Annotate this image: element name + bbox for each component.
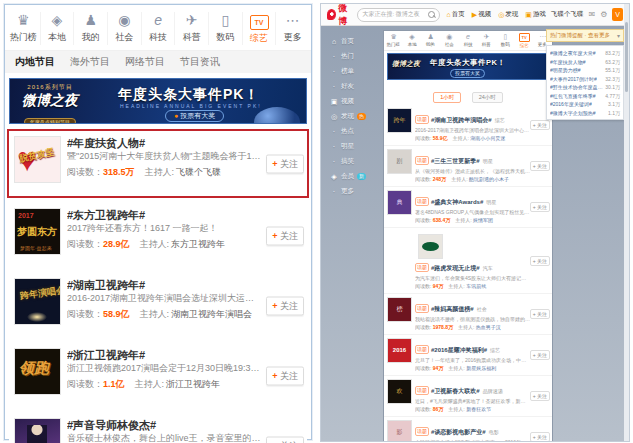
sidebar-item-more[interactable]: ·更多: [330, 184, 380, 199]
mini-nav-local[interactable]: ◈本地: [403, 33, 422, 48]
trending-item[interactable]: #微博之夜年度大赏#83.2万: [550, 49, 620, 58]
tab-24hour[interactable]: 24小时: [472, 92, 503, 103]
follow-button[interactable]: + 关注: [530, 202, 550, 212]
nav-mine[interactable]: ♟我的: [73, 12, 107, 45]
list-item-highlighted[interactable]: ♥脱贫攻坚 #年度扶贫人物# 暨"2015河南十大年度扶贫人物"主题晚会将于12…: [7, 129, 309, 198]
trending-item[interactable]: #2016年度关键词#3.1万: [550, 100, 620, 109]
follow-button[interactable]: + 关注: [266, 226, 304, 245]
gear-icon[interactable]: ⚙: [600, 10, 607, 19]
list-item[interactable]: 领跑 #浙江卫视跨年# 浙江卫视领跑2017演唱会定于12月30日晚19:30电…: [9, 343, 307, 408]
topic-title[interactable]: #路虎发现无止境#: [431, 265, 480, 271]
nav-variety-active[interactable]: TV综艺: [242, 12, 276, 45]
mini-nav-mine[interactable]: ♟我的: [421, 33, 440, 48]
nav-hot-rank[interactable]: ♛热门榜: [7, 12, 40, 45]
sidebar-item-hot[interactable]: ·热门: [330, 49, 380, 64]
mini-nav-society[interactable]: ◉社会: [440, 33, 459, 48]
trending-item[interactable]: #微博大字企划预热#1.1万: [550, 109, 620, 118]
nav-digital[interactable]: ▯数码: [208, 12, 242, 45]
list-item[interactable]: 2017梦圆东方梦圆年·益起来 #东方卫视跨年# 2017跨年还看东方！1617…: [9, 203, 307, 268]
follow-button[interactable]: + 关注: [530, 256, 550, 266]
trending-item[interactable]: #野生技术协会年度盘点#30.1万: [550, 83, 620, 92]
subtab-web[interactable]: 网络节目: [125, 55, 165, 69]
search-input[interactable]: 大家正在搜: 微博之夜: [357, 8, 439, 22]
sidebar-item-friends[interactable]: ·好友: [330, 79, 380, 94]
trending-item[interactable]: #明星势力榜#55.1万: [550, 66, 620, 75]
subtab-overseas[interactable]: 海外节目: [70, 55, 110, 69]
nav-local[interactable]: ◈本地: [40, 12, 74, 45]
chevron-down-icon[interactable]: ▾: [617, 32, 620, 39]
topic-title[interactable]: #年度扶贫人物#: [67, 136, 261, 150]
list-item[interactable]: 跨年演唱会 #湖南卫视跨年# 2016-2017湖南卫视跨年演唱会选址深圳大运中…: [9, 273, 307, 338]
feed-row[interactable]: 2016 话题#2016星耀冲奖福利#综艺 元旦了！一年结束了，2016购票成功…: [384, 335, 552, 376]
mini-nav-science[interactable]: ✈科普: [477, 33, 496, 48]
follow-button[interactable]: + 关注: [266, 436, 304, 443]
follow-button[interactable]: + 关注: [530, 391, 550, 401]
sidebar-item-rank[interactable]: ·榜单: [330, 64, 380, 79]
subtab-news[interactable]: 节目资讯: [180, 55, 220, 69]
follow-button[interactable]: + 关注: [530, 120, 550, 130]
weibo-logo[interactable]: 微博: [327, 3, 352, 28]
mini-nav-hot-rank[interactable]: ♛热门榜: [384, 33, 403, 48]
topic-title[interactable]: #辣妈高颜值榜#: [431, 306, 474, 312]
topbar-discover[interactable]: ◎发现: [498, 10, 518, 19]
username-link[interactable]: 飞碟个飞碟: [551, 10, 584, 19]
follow-button[interactable]: + 关注: [530, 350, 550, 360]
sidebar-item-video[interactable]: ▣视频: [330, 94, 380, 109]
feed-row[interactable]: 典 话题#盛典女神Awards#明星 著名48DNAS GROUP人气偶像企划实…: [384, 187, 552, 228]
follow-button[interactable]: + 关注: [266, 296, 304, 315]
topic-title[interactable]: #声音导师林俊杰#: [67, 418, 261, 432]
trending-item[interactable]: #红包飞直播年终季#4.77万: [550, 92, 620, 101]
trending-item[interactable]: #大事件2017倒计时#32.3万: [550, 75, 620, 84]
topic-title[interactable]: #卫视新春大联欢#: [431, 388, 480, 394]
nav-society[interactable]: ◉社会: [107, 12, 141, 45]
mini-nav-tech[interactable]: e科技: [459, 33, 478, 48]
sidebar-item-stars[interactable]: ·明星: [330, 139, 380, 154]
sidebar-item-funny[interactable]: ·搞笑: [330, 154, 380, 169]
topic-title[interactable]: #东方卫视跨年#: [67, 208, 261, 222]
mini-nav-digital[interactable]: ▯数码: [496, 33, 515, 48]
feed-row[interactable]: 话题#路虎发现无止境#汽车 为汽车迷们，年会聚集4S股东让大师们大有游记，闭店上…: [384, 228, 552, 294]
mail-icon[interactable]: ✉: [588, 10, 595, 19]
notification-tooltip[interactable]: 热门微博提醒 · 查看更多▾: [546, 29, 624, 42]
follow-button[interactable]: + 关注: [266, 366, 304, 385]
follow-button[interactable]: + 关注: [530, 432, 550, 442]
feed-row[interactable]: 跨年 话题#湖南卫视跨年演唱会#综艺 2016-2017湖南卫视跨年演唱会选址深…: [384, 105, 552, 146]
vote-button[interactable]: ●投票有大奖: [165, 110, 224, 122]
topic-title[interactable]: #浙江卫视跨年#: [67, 348, 261, 362]
topic-title[interactable]: #湖南卫视跨年演唱会#: [431, 117, 492, 123]
feed-row[interactable]: 影 话题#谈恋影视电影产业#电影 人民日报发文谈中国电影「三十而立」，2016年…: [384, 417, 552, 442]
topbar-home[interactable]: ⌂首页: [447, 10, 465, 19]
scrollbar-thumb[interactable]: [625, 22, 628, 92]
nav-science[interactable]: ✈科普: [174, 12, 208, 45]
weibo-night-banner-small[interactable]: 微博之夜 年度头条大事件PK！ 投票有大奖: [387, 53, 549, 80]
topic-title[interactable]: #三生三世更新季#: [431, 158, 480, 164]
vip-icon[interactable]: V: [612, 8, 623, 21]
topic-title[interactable]: #2016星耀冲奖福利#: [431, 347, 487, 353]
topic-title[interactable]: #盛典女神Awards#: [431, 199, 483, 205]
follow-button[interactable]: + 关注: [530, 309, 550, 319]
topic-title[interactable]: #谈恋影视电影产业#: [431, 429, 486, 435]
weibo-night-banner[interactable]: 2016系列节目 微博之夜 年度盘点特别节目 年度头条大事件PK！ HEADLI…: [9, 78, 307, 124]
list-item[interactable]: 林俊杰 #声音导师林俊杰# 音乐硕士林俊杰，舞台上的live王，录音室里的优秀制…: [9, 413, 307, 443]
vote-button-small[interactable]: 投票有大奖: [450, 69, 485, 78]
search-icon[interactable]: [428, 11, 435, 18]
follow-button[interactable]: + 关注: [266, 154, 304, 173]
follow-button[interactable]: + 关注: [530, 161, 550, 171]
sidebar-item-member[interactable]: ◈会员新: [330, 169, 380, 184]
topbar-video[interactable]: ▶视频: [472, 10, 491, 19]
sidebar-item-home[interactable]: ⌂首页: [330, 34, 380, 49]
feed-row[interactable]: 剧 话题#三生三世更新季#明星 从《银河英雄传》混成正派机长，《远程抚养天机》混…: [384, 146, 552, 187]
scrollbar[interactable]: [624, 4, 629, 441]
mini-nav-variety-active[interactable]: TV综艺: [515, 33, 534, 48]
subtab-mainland[interactable]: 内地节目: [15, 55, 55, 69]
tab-1hour[interactable]: 1小时: [433, 92, 461, 103]
feed-row[interactable]: 榜 话题#辣妈高颜值榜#社会 我站着说话不腰疼，彻底测谎仪挑战，独自带娃的八卦 …: [384, 294, 552, 335]
sidebar-item-discover[interactable]: ◎发现热: [330, 109, 380, 124]
topbar-games[interactable]: ▣游戏: [525, 10, 546, 19]
sidebar-item-trend[interactable]: ·热点: [330, 124, 380, 139]
feed-row[interactable]: 欢 话题#卫视新春大联欢#品牌速递 近日，#飞凡荣耀盛典#落地了！圣诞狂欢季，新…: [384, 376, 552, 417]
nav-more[interactable]: ⋯更多: [275, 12, 309, 45]
topic-title[interactable]: #湖南卫视跨年#: [67, 278, 261, 292]
trending-item[interactable]: #年度扶贫人物#63.2万: [550, 58, 620, 67]
nav-tech[interactable]: e科技: [141, 12, 175, 45]
